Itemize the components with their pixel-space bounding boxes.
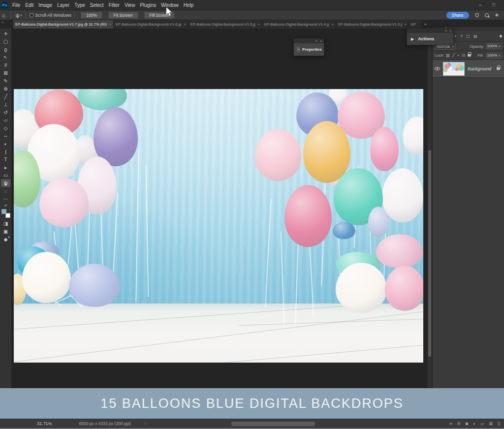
menu-select[interactable]: Select (88, 0, 106, 10)
menu-file[interactable]: File (10, 0, 23, 10)
layer-row-background[interactable]: Background (433, 60, 504, 78)
swap-colors-icon[interactable]: ⇄ (4, 204, 7, 208)
foreground-color-swatch[interactable] (1, 209, 6, 214)
zoom-100-button[interactable]: 100% (81, 12, 102, 19)
horizontal-scrollbar-thumb[interactable] (231, 422, 315, 426)
filter-toggle-icon[interactable] (500, 35, 502, 37)
zoom-tool[interactable]: ◌ (1, 187, 10, 195)
lasso-tool[interactable]: ϱ (1, 45, 10, 53)
filter-smart-objects-icon[interactable]: ▤ (473, 34, 477, 38)
menu-layer[interactable]: Layer (55, 0, 72, 10)
smudge-tool[interactable]: ∽ (1, 132, 10, 140)
panel-chevrons-icon[interactable]: » (445, 29, 447, 32)
lock-transparent-pixels-icon[interactable]: ▨ (446, 53, 450, 58)
menu-plugins[interactable]: Plugins (137, 0, 158, 10)
toolbar-collapse-chevron-icon[interactable]: » (0, 20, 13, 29)
home-icon[interactable]: ⌂ (2, 12, 5, 18)
history-brush-tool[interactable]: ↺ (1, 108, 10, 116)
vertical-scrollbar-thumb[interactable] (428, 150, 431, 357)
canvas-image[interactable] (14, 89, 423, 363)
share-button[interactable]: Share (446, 12, 469, 19)
new-layer-icon[interactable]: ⊞ (489, 421, 493, 426)
status-popup-chevron-icon[interactable]: › (145, 421, 146, 426)
chevron-down-icon[interactable]: ▾ (21, 13, 22, 17)
lock-all-icon[interactable] (468, 54, 471, 57)
balloon (382, 168, 423, 222)
properties-panel-tab[interactable]: ≡ Properties (294, 43, 324, 56)
menu-view[interactable]: View (122, 0, 138, 10)
menu-filter[interactable]: Filter (106, 0, 122, 10)
vertical-scrollbar[interactable] (428, 29, 432, 388)
tab-overflow-chevron-icon[interactable]: » (422, 20, 429, 29)
document-tab[interactable]: EP (409, 20, 422, 29)
tab-close-icon[interactable]: × (404, 22, 407, 27)
marquee-tool[interactable]: ▢ (1, 37, 10, 45)
workspace-switcher-icon[interactable]: ∗ (495, 12, 499, 18)
panel-close-icon[interactable]: × (320, 39, 322, 43)
quick-mask-button[interactable]: ◨ (1, 219, 10, 227)
path-selection-tool[interactable]: ▸ (1, 163, 10, 171)
document-tab[interactable]: EP-Balloons-Digital-Background-V1-3.jpg× (336, 20, 409, 29)
tab-close-icon[interactable]: × (331, 22, 334, 27)
filter-adjustment-layers-icon[interactable]: ◐ (455, 34, 457, 38)
layer-visibility-eye-icon[interactable] (435, 67, 440, 70)
fill-value[interactable]: 100% ▼ (486, 53, 502, 59)
delete-layer-icon[interactable]: ▯ (498, 421, 500, 426)
edit-toolbar[interactable]: ⋯ (1, 195, 10, 203)
frame-tool[interactable]: ⊠ (1, 69, 10, 77)
menu-window[interactable]: Window (158, 0, 181, 10)
whats-new-button[interactable]: ◆ (1, 235, 10, 243)
type-tool[interactable]: T (1, 155, 10, 163)
search-icon[interactable] (485, 13, 489, 17)
lock-artboard-icon[interactable]: ⊡ (462, 53, 465, 58)
brush-tool[interactable]: ╱ (1, 92, 10, 100)
gradient-tool[interactable]: ◇ (1, 124, 10, 132)
pen-tool[interactable]: ∫ (1, 148, 10, 155)
filter-type-layers-icon[interactable]: T (460, 34, 463, 38)
actions-panel-title: Actions (418, 36, 434, 41)
fit-screen-button[interactable]: Fit Screen (108, 12, 138, 19)
object-selection-tool[interactable]: ↖ (1, 53, 10, 61)
hand-tool[interactable]: ψ (1, 179, 10, 187)
link-layers-icon[interactable]: ∞ (449, 421, 452, 426)
lock-image-pixels-icon[interactable]: ╱ (452, 53, 455, 58)
shape-tool[interactable]: ▭ (1, 171, 10, 179)
tab-close-icon[interactable]: × (109, 22, 111, 27)
dodge-tool[interactable]: ◐ (1, 140, 10, 148)
minimize-button[interactable]: – (479, 2, 482, 7)
opacity-value[interactable]: 100% ▼ (486, 43, 502, 49)
eraser-tool[interactable]: ▱ (1, 116, 10, 124)
crop-tool[interactable]: # (1, 61, 10, 69)
adjustment-layer-icon[interactable]: ◐ (473, 421, 475, 426)
layer-mask-icon[interactable]: ◙ (466, 421, 468, 426)
tab-close-icon[interactable]: × (184, 22, 186, 27)
document-tab[interactable]: EP-Balloons-Digital-Background-V1-5.jpg× (189, 20, 262, 29)
menu-image[interactable]: Image (36, 0, 55, 10)
layer-thumbnail[interactable] (443, 62, 465, 76)
eyedropper-tool[interactable]: ✎ (1, 77, 10, 85)
document-tab[interactable]: EP-Balloons-Digital-Background-V1-7.jpg … (13, 20, 114, 29)
document-tab[interactable]: EP-Balloons-Digital-Background-V1-4.jpg× (262, 20, 336, 29)
maximize-button[interactable]: □ (493, 2, 495, 7)
layer-effects-icon[interactable]: fx (457, 421, 461, 426)
hand-tool-preset-icon[interactable]: ψ (16, 12, 20, 18)
actions-panel-tab[interactable]: ▶ Actions (407, 33, 453, 45)
panel-chevrons-icon[interactable]: » (315, 39, 317, 43)
screen-mode-button[interactable]: ▣ (1, 227, 10, 235)
clone-stamp-tool[interactable]: ⊥ (1, 100, 10, 108)
menu-edit[interactable]: Edit (23, 0, 36, 10)
menu-help[interactable]: Help (181, 0, 196, 10)
healing-brush-tool[interactable]: ⊕ (1, 85, 10, 92)
filter-shape-layers-icon[interactable]: ▢ (466, 34, 470, 38)
layer-group-icon[interactable]: ▱ (481, 421, 484, 426)
tab-close-icon[interactable]: × (257, 22, 260, 27)
zoom-level-field[interactable]: 31.71% (37, 421, 52, 426)
notifications-bell-icon[interactable]: Ω (475, 12, 479, 18)
panel-close-icon[interactable]: × (449, 29, 451, 32)
document-tab[interactable]: EP-Balloons-Digital-Background-V1-6.jpg× (114, 20, 189, 29)
move-tool[interactable]: ✛ (1, 30, 10, 37)
lock-position-icon[interactable]: + (457, 53, 460, 58)
scroll-all-windows-checkbox[interactable] (30, 13, 33, 17)
menu-type[interactable]: Type (72, 0, 88, 10)
color-swatches[interactable] (1, 209, 10, 218)
